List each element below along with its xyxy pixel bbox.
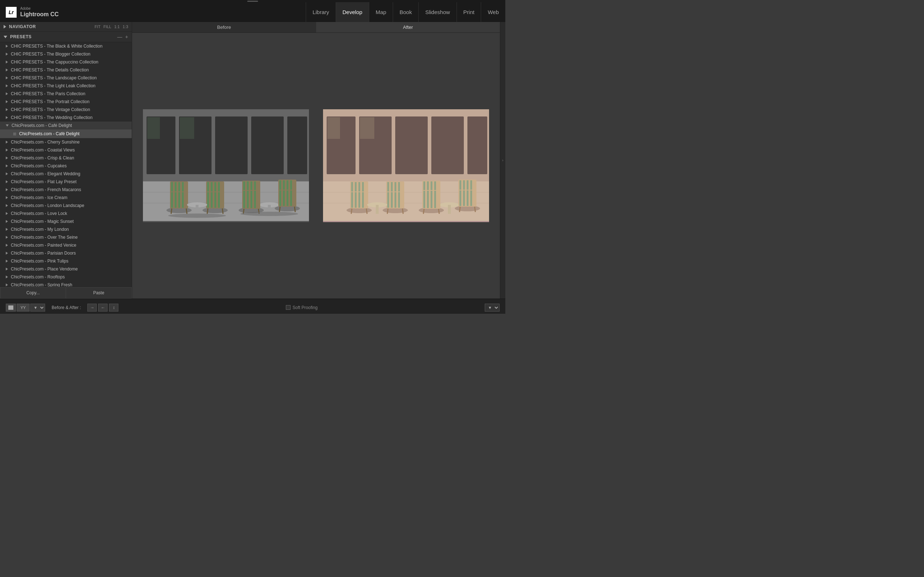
presets-list: CHIC PRESETS - The Black & White Collect… xyxy=(0,42,132,287)
preset-group-header-overtheseine[interactable]: ChicPresets.com - Over The Seine xyxy=(0,233,132,241)
preset-group-header-wedding[interactable]: CHIC PRESETS - The Wedding Collection xyxy=(0,114,132,121)
group-triangle-springfresh xyxy=(6,284,8,286)
svg-rect-139 xyxy=(8,305,13,310)
preset-item-cafe-delight[interactable]: ⊞ChicPresets.com - Café Delight xyxy=(0,129,132,138)
preset-group-header-elegantwedding[interactable]: ChicPresets.com - Elegant Wedding xyxy=(0,170,132,178)
paste-button[interactable]: Paste xyxy=(66,287,132,298)
ba-sync-btn[interactable]: ↕ xyxy=(109,304,118,311)
group-label-parisiandoors: ChicPresets.com - Parisian Doors xyxy=(11,251,76,256)
preset-group-header-crispclean[interactable]: ChicPresets.com - Crisp & Clean xyxy=(0,154,132,162)
right-panel-handle[interactable]: › xyxy=(500,22,505,298)
preset-group-header-cherrysunshhine[interactable]: ChicPresets.com - Cherry Sunshine xyxy=(0,138,132,146)
preset-group-header-rooftops[interactable]: ChicPresets.com - Rooftops xyxy=(0,273,132,281)
bottom-right-select[interactable]: ▼ xyxy=(485,304,499,311)
preset-group-frenchmacarons: ChicPresets.com - French Macarons xyxy=(0,186,132,193)
soft-proofing-label: Soft Proofing xyxy=(293,305,318,310)
svg-rect-49 xyxy=(243,181,245,190)
preset-group-header-pinktulips[interactable]: ChicPresets.com - Pink Tulips xyxy=(0,257,132,265)
preset-group-header-details[interactable]: CHIC PRESETS - The Details Collection xyxy=(0,66,132,74)
soft-proofing-checkbox[interactable] xyxy=(286,305,291,310)
group-label-lightleak: CHIC PRESETS - The Light Leak Collection xyxy=(11,83,96,89)
tab-book[interactable]: Book xyxy=(393,2,418,22)
group-triangle-details xyxy=(6,69,8,71)
preset-group-header-paris[interactable]: CHIC PRESETS - The Paris Collection xyxy=(0,90,132,98)
group-triangle-paintedvenice xyxy=(6,244,8,247)
svg-rect-6 xyxy=(287,116,307,174)
tab-map[interactable]: Map xyxy=(369,2,393,22)
preset-group-header-flatlay[interactable]: ChicPresets.com - Flat Lay Preset xyxy=(0,178,132,186)
ba-swap-btn[interactable]: → xyxy=(87,304,97,311)
preset-group-header-magicsunset[interactable]: ChicPresets.com - Magic Sunset xyxy=(0,218,132,226)
center-content: Before After xyxy=(132,22,500,298)
preset-group-header-paintedvenice[interactable]: ChicPresets.com - Painted Venice xyxy=(0,241,132,249)
svg-line-36 xyxy=(207,208,208,214)
preset-group-header-icecream[interactable]: ChicPresets.com - Ice Cream xyxy=(0,193,132,201)
presets-label: Presets xyxy=(10,34,117,39)
preset-group-header-springfresh[interactable]: ChicPresets.com - Spring Fresh xyxy=(0,281,132,287)
tab-slideshow[interactable]: Slideshow xyxy=(418,2,456,22)
preset-group-portrait: CHIC PRESETS - The Portrait Collection xyxy=(0,98,132,106)
preset-group-overtheseine: ChicPresets.com - Over The Seine xyxy=(0,233,132,241)
preset-group-header-landscape[interactable]: CHIC PRESETS - The Landscape Collection xyxy=(0,74,132,82)
ba-copy-btn[interactable]: ← xyxy=(98,304,108,311)
preset-item-icon: ⊞ xyxy=(13,132,16,136)
group-label-springfresh: ChicPresets.com - Spring Fresh xyxy=(11,282,72,287)
preset-group-icecream: ChicPresets.com - Ice Cream xyxy=(0,193,132,201)
preset-group-header-bw[interactable]: CHIC PRESETS - The Black & White Collect… xyxy=(0,42,132,50)
preset-group-header-coastal[interactable]: ChicPresets.com - Coastal Views xyxy=(0,146,132,154)
svg-line-67 xyxy=(294,206,295,212)
tab-web[interactable]: Web xyxy=(481,2,505,22)
preset-group-header-lightleak[interactable]: CHIC PRESETS - The Light Leak Collection xyxy=(0,82,132,90)
preset-group-paintedvenice: ChicPresets.com - Painted Venice xyxy=(0,241,132,249)
single-view-btn[interactable] xyxy=(6,304,16,311)
svg-line-23 xyxy=(171,208,172,214)
preset-group-header-parisiandoors[interactable]: ChicPresets.com - Parisian Doors xyxy=(0,249,132,257)
copy-button[interactable]: Copy... xyxy=(0,287,66,298)
preset-group-header-cupcakes[interactable]: ChicPresets.com - Cupcakes xyxy=(0,162,132,170)
preset-group-header-londonlandscape[interactable]: ChicPresets.com - London Landscape xyxy=(0,201,132,210)
tab-library[interactable]: Library xyxy=(306,2,336,22)
preset-group-header-cappuccino[interactable]: CHIC PRESETS - The Cappuccino Collection xyxy=(0,58,132,66)
preset-group-header-cafedelight[interactable]: ChicPresets.com - Café Delight xyxy=(0,121,132,129)
adobe-label: Adobe xyxy=(20,6,59,11)
preset-group-header-frenchmacarons[interactable]: ChicPresets.com - French Macarons xyxy=(0,186,132,193)
preset-group-header-blogger[interactable]: CHIC PRESETS - The Blogger Collection xyxy=(0,50,132,58)
fill-button[interactable]: FILL xyxy=(103,24,111,29)
svg-rect-64 xyxy=(287,180,288,190)
ratio-button[interactable]: 1:3 xyxy=(123,24,128,29)
group-triangle-vintage xyxy=(6,108,8,111)
tab-develop[interactable]: Develop xyxy=(336,2,369,22)
preset-group-cafedelight: ChicPresets.com - Café Delight⊞ChicPrese… xyxy=(0,121,132,138)
preset-group-header-placevendome[interactable]: ChicPresets.com - Place Vendome xyxy=(0,265,132,273)
group-label-cupcakes: ChicPresets.com - Cupcakes xyxy=(11,163,67,168)
presets-header[interactable]: Presets — + xyxy=(0,32,132,42)
tab-print[interactable]: Print xyxy=(457,2,481,22)
preset-group-lightleak: CHIC PRESETS - The Light Leak Collection xyxy=(0,82,132,90)
group-label-pinktulips: ChicPresets.com - Pink Tulips xyxy=(11,259,68,264)
group-label-frenchmacarons: ChicPresets.com - French Macarons xyxy=(11,187,81,192)
presets-actions: — + xyxy=(117,34,128,40)
preset-group-header-portrait[interactable]: CHIC PRESETS - The Portrait Collection xyxy=(0,98,132,106)
group-triangle-paris xyxy=(6,92,8,95)
svg-rect-65 xyxy=(290,180,292,190)
preset-group-londonlandscape: ChicPresets.com - London Landscape xyxy=(0,201,132,210)
preset-group-header-mylondon[interactable]: ChicPresets.com - My London xyxy=(0,226,132,233)
presets-plus[interactable]: + xyxy=(125,34,128,40)
svg-rect-8 xyxy=(180,117,194,139)
yy-btn[interactable]: YY xyxy=(16,304,30,311)
svg-rect-50 xyxy=(247,181,249,190)
view-select[interactable]: ▼ xyxy=(30,304,45,311)
preset-group-springfresh: ChicPresets.com - Spring Fresh xyxy=(0,281,132,287)
preset-group-loveloc: ChicPresets.com - Love Lock xyxy=(0,210,132,218)
fit-button[interactable]: FIT xyxy=(95,24,101,29)
after-label: After xyxy=(316,22,500,33)
group-triangle-coastal xyxy=(6,148,8,152)
svg-rect-5 xyxy=(251,116,284,174)
navigator-header[interactable]: Navigator FIT FILL 1:1 1:3 xyxy=(0,22,132,32)
group-label-overtheseine: ChicPresets.com - Over The Seine xyxy=(11,235,78,240)
preset-group-header-vintage[interactable]: CHIC PRESETS - The Vintage Collection xyxy=(0,106,132,114)
one-to-one-button[interactable]: 1:1 xyxy=(114,24,120,29)
group-label-cherrysunshhine: ChicPresets.com - Cherry Sunshine xyxy=(11,140,80,145)
preset-group-header-loveloc[interactable]: ChicPresets.com - Love Lock xyxy=(0,210,132,218)
presets-minus[interactable]: — xyxy=(117,34,122,40)
